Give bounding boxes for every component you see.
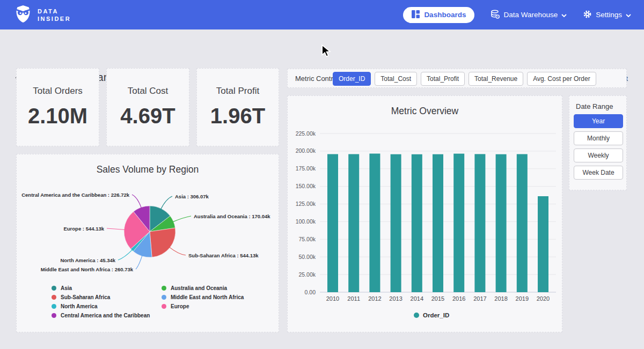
- pie-label-north-america: North America : 45.34k: [60, 257, 115, 263]
- dashboards-button[interactable]: Dashboards: [403, 7, 474, 23]
- data-warehouse-label: Data Warehouse: [503, 11, 558, 19]
- metric-option-total-revenue[interactable]: Total_Revenue: [469, 72, 523, 86]
- legend-dot: [162, 286, 166, 291]
- metric-option-avg-cost-per-order[interactable]: Avg. Cost per Order: [527, 72, 596, 86]
- chevron-down-icon: [626, 11, 631, 19]
- kpi-value: 4.69T: [107, 104, 189, 128]
- pie-chart-title: Sales Volume by Region: [17, 164, 279, 175]
- pie-slice-sub-saharan-africa[interactable]: [150, 228, 175, 257]
- pie-label-middle-east-and-north-africa: Middle East and North Africa : 260.73k: [41, 266, 134, 272]
- x-axis-label-2014: 2014: [411, 295, 423, 302]
- metric-option-total-profit[interactable]: Total_Profit: [421, 72, 465, 86]
- metric-control-label: Metric Control: [295, 75, 339, 83]
- x-axis-label-2013: 2013: [389, 295, 402, 302]
- date-range-label: Date Range: [576, 102, 613, 110]
- bar-2017[interactable]: [474, 154, 485, 292]
- top-nav-bar: DATA INSIDER Dashboards: [0, 0, 644, 29]
- legend-label: Europe: [171, 303, 189, 309]
- bar-2020[interactable]: [538, 196, 548, 292]
- bar-2019[interactable]: [517, 154, 528, 293]
- legend-item-europe[interactable]: Europe: [162, 303, 244, 309]
- pie-label-sub-saharan-africa: Sub-Saharan Africa : 544.13k: [188, 253, 259, 258]
- settings-menu[interactable]: Settings: [583, 10, 631, 20]
- y-axis-tick: 225.00k: [296, 130, 316, 137]
- kpi-card-total-cost: Total Cost 4.69T: [106, 68, 189, 146]
- kpi-label: Total Cost: [107, 86, 189, 96]
- y-axis-tick: 0.00: [305, 289, 316, 295]
- legend-label: Middle East and North Africa: [171, 294, 244, 300]
- bar-legend-dot: [414, 313, 419, 318]
- pie-chart[interactable]: Asia : 306.07kAustralia and Oceania : 17…: [17, 182, 280, 281]
- settings-label: Settings: [596, 11, 622, 19]
- brand-logo: DATA INSIDER: [14, 4, 71, 26]
- date-range-option-weekly[interactable]: Weekly: [574, 148, 623, 162]
- legend-item-sub-saharan-africa[interactable]: Sub-Saharan Africa: [52, 294, 162, 300]
- kpi-value: 2.10M: [17, 104, 99, 128]
- x-axis-label-2020: 2020: [537, 295, 550, 302]
- chevron-down-icon: [561, 11, 567, 19]
- date-range-option-year[interactable]: Year: [574, 114, 623, 128]
- bar-2010[interactable]: [327, 154, 338, 293]
- bar-2012[interactable]: [369, 154, 380, 293]
- date-range-panel: Date Range YearMonthlyWeeklyWeek Date: [569, 95, 627, 190]
- legend-label: Australia and Oceania: [171, 285, 227, 291]
- legend-dot: [162, 304, 166, 309]
- legend-item-central-america-and-the-caribbean[interactable]: Central America and the Caribbean: [52, 313, 162, 318]
- legend-dot: [52, 295, 56, 300]
- pie-label-europe: Europe : 544.13k: [63, 226, 104, 232]
- metric-button-group: Order_IDTotal_CostTotal_ProfitTotal_Reve…: [333, 72, 596, 86]
- pie-label-australia-and-oceania: Australia and Oceania : 170.04k: [194, 213, 270, 219]
- legend-label: Asia: [61, 285, 72, 291]
- brand-name: DATA INSIDER: [38, 8, 71, 23]
- x-axis-label-2019: 2019: [516, 295, 529, 302]
- bar-legend-label[interactable]: Order_ID: [423, 312, 449, 318]
- legend-dot: [52, 313, 56, 318]
- pie-chart-card: Sales Volume by Region Asia : 306.07kAus…: [16, 154, 279, 332]
- owl-logo-icon: [14, 4, 32, 26]
- dashboard-header: Sales Dashboard Add Filter Boost: Off: [0, 29, 644, 61]
- legend-dot: [52, 286, 56, 291]
- kpi-label: Total Orders: [17, 86, 99, 96]
- metric-option-total-cost[interactable]: Total_Cost: [375, 72, 417, 86]
- legend-item-north-america[interactable]: North America: [52, 303, 162, 309]
- x-axis-label-2016: 2016: [452, 295, 465, 302]
- x-axis-label-2011: 2011: [347, 295, 360, 302]
- y-axis-tick: 175.00k: [296, 165, 316, 172]
- x-axis-label-2015: 2015: [431, 295, 444, 302]
- dashboards-icon: [412, 10, 420, 20]
- data-warehouse-menu[interactable]: Data Warehouse: [491, 10, 567, 20]
- legend-dot: [162, 295, 166, 300]
- x-axis-label-2010: 2010: [326, 295, 339, 302]
- pie-label-asia: Asia : 306.07k: [175, 194, 209, 199]
- dashboards-label: Dashboards: [424, 11, 466, 19]
- pie-label-central-america-and-the-caribbean: Central America and the Caribbean : 226.…: [21, 192, 130, 198]
- legend-dot: [52, 304, 56, 309]
- y-axis-tick: 150.00k: [296, 183, 316, 189]
- kpi-card-total-orders: Total Orders 2.10M: [16, 68, 99, 146]
- pie-legend: AsiaSub-Saharan AfricaNorth AmericaCentr…: [52, 285, 244, 318]
- kpi-card-total-profit: Total Profit 1.96T: [196, 68, 279, 146]
- legend-label: North America: [61, 303, 98, 309]
- kpi-label: Total Profit: [197, 86, 279, 96]
- metric-option-order-id[interactable]: Order_ID: [333, 72, 371, 86]
- legend-item-australia-and-oceania[interactable]: Australia and Oceania: [162, 285, 244, 291]
- x-axis-label-2018: 2018: [494, 295, 507, 302]
- bar-2015[interactable]: [433, 154, 443, 292]
- bar-2011[interactable]: [348, 154, 359, 293]
- bar-chart[interactable]: 0.0025.00k50.00k75.00k100.00k125.00k150.…: [288, 96, 563, 333]
- metric-control-bar: Metric Control Order_IDTotal_CostTotal_P…: [287, 69, 627, 88]
- kpi-value: 1.96T: [197, 104, 279, 128]
- bar-chart-card: Metric Overview 0.0025.00k50.00k75.00k10…: [287, 95, 562, 332]
- y-axis-tick: 25.00k: [298, 271, 316, 278]
- date-range-option-week-date[interactable]: Week Date: [574, 166, 623, 180]
- bar-2013[interactable]: [391, 154, 401, 292]
- bar-2014[interactable]: [412, 154, 422, 292]
- legend-item-asia[interactable]: Asia: [52, 285, 162, 291]
- bar-2018[interactable]: [496, 154, 507, 292]
- x-axis-label-2017: 2017: [473, 295, 486, 302]
- bar-2016[interactable]: [453, 154, 464, 292]
- y-axis-tick: 75.00k: [298, 236, 316, 242]
- date-range-option-monthly[interactable]: Monthly: [574, 131, 623, 145]
- legend-item-middle-east-and-north-africa[interactable]: Middle East and North Africa: [162, 294, 244, 300]
- database-icon: [491, 10, 500, 20]
